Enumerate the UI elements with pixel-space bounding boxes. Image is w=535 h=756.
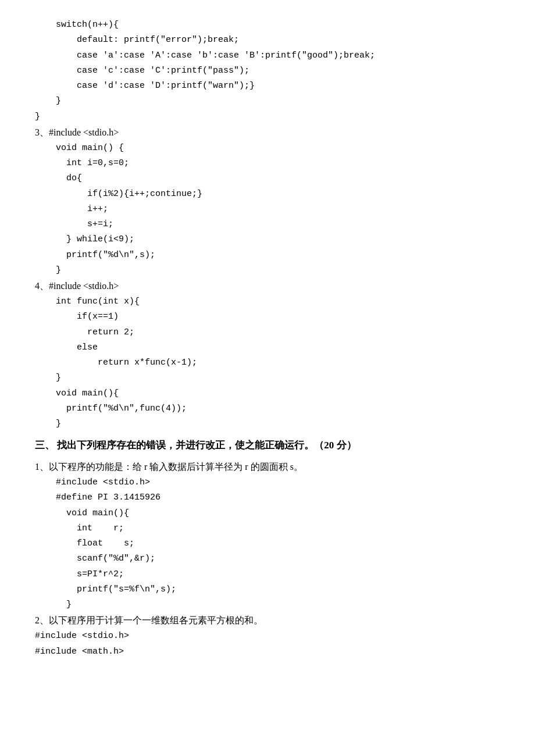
item2-container: 2、以下程序用于计算一个一维数组各元素平方根的和。 #include <stdi… (35, 612, 500, 659)
section4-label: 4、#include <stdio.h> (35, 278, 500, 294)
section3-label: 3、#include <stdio.h> (35, 124, 500, 141)
section3-container: 3、#include <stdio.h> void main() { int i… (35, 124, 500, 278)
item1-code: #include <stdio.h> #define PI 3.1415926 … (35, 475, 500, 612)
section4-code: int func(int x){ if(x==1) return 2; else… (35, 294, 500, 432)
switch-code-block: switch(n++){ default: printf("error");br… (35, 17, 500, 124)
page-content: switch(n++){ default: printf("error");br… (35, 17, 500, 659)
item2-code: #include <stdio.h> #include <math.h> (35, 629, 500, 659)
section3-code: void main() { int i=0,s=0; do{ if(i%2){i… (35, 141, 500, 278)
item1-container: 1、以下程序的功能是：给 r 输入数据后计算半径为 r 的圆面积 s。 #inc… (35, 459, 500, 612)
section-three-header: 三、 找出下列程序存在的错误，并进行改正，使之能正确运行。（20 分） (35, 437, 500, 454)
section4-container: 4、#include <stdio.h> int func(int x){ if… (35, 278, 500, 432)
item2-label: 2、以下程序用于计算一个一维数组各元素平方根的和。 (35, 612, 500, 629)
item1-label: 1、以下程序的功能是：给 r 输入数据后计算半径为 r 的圆面积 s。 (35, 459, 500, 475)
